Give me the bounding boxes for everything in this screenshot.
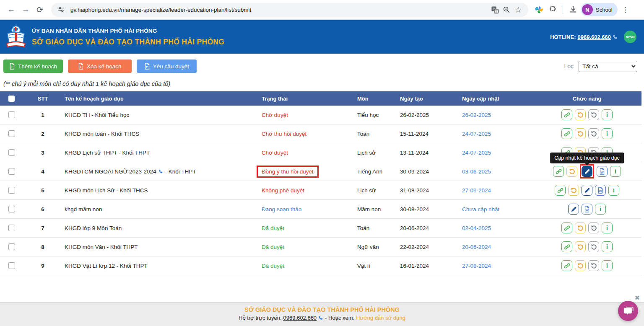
info-icon[interactable]: i bbox=[602, 241, 613, 252]
user-guide-link[interactable]: Hướng dẫn sử dụng bbox=[356, 315, 405, 321]
row-checkbox[interactable] bbox=[8, 111, 15, 118]
request-approval-button[interactable]: ▼ Yêu cầu duyệt bbox=[137, 60, 197, 73]
link-icon[interactable] bbox=[561, 223, 572, 233]
row-checkbox[interactable] bbox=[8, 243, 15, 250]
user-avatar[interactable]: NPVN bbox=[624, 31, 636, 43]
zoom-icon[interactable] bbox=[501, 4, 512, 16]
history-icon[interactable] bbox=[575, 241, 586, 252]
plan-name: KHGD môn Lịch Sử - Khối THCS bbox=[60, 187, 262, 194]
plan-subject: Toán bbox=[357, 131, 400, 137]
history-icon[interactable] bbox=[566, 166, 577, 177]
link-icon[interactable] bbox=[553, 166, 564, 177]
row-actions: Cập nhật kế hoạch giáo dụcWi bbox=[532, 164, 641, 179]
info-icon[interactable]: i bbox=[602, 223, 613, 233]
header-dept-line: SỞ GIÁO DỤC VÀ ĐÀO TẠO THÀNH PHỐ HẢI PHÒ… bbox=[32, 38, 224, 47]
translate-icon[interactable] bbox=[489, 4, 501, 16]
plan-subject: Tiếng Anh bbox=[357, 168, 400, 175]
plan-updated-date[interactable]: 27-09-2024 bbox=[462, 187, 532, 194]
history-icon[interactable] bbox=[575, 223, 586, 233]
download-icon[interactable] bbox=[567, 4, 579, 16]
row-checkbox[interactable] bbox=[8, 168, 15, 175]
table-row: 2 KHGD môn toán - Khối THCS Chờ thu hồi … bbox=[0, 124, 641, 143]
word-export-icon[interactable]: W bbox=[597, 166, 608, 177]
row-checkbox[interactable] bbox=[8, 206, 15, 212]
link-icon[interactable] bbox=[561, 128, 572, 139]
footer-middle-text: - Hoặc xem: bbox=[325, 315, 354, 321]
plan-updated-date[interactable]: 26-02-2025 bbox=[462, 112, 532, 118]
row-checkbox[interactable] bbox=[8, 130, 15, 137]
link-icon[interactable] bbox=[555, 185, 566, 196]
plan-status: Đồng ý thu hồi duyệt bbox=[262, 166, 357, 178]
chat-close-icon[interactable]: ✖ bbox=[634, 294, 640, 302]
status-highlight-box: Đồng ý thu hồi duyệt bbox=[257, 166, 319, 178]
undo-icon[interactable] bbox=[588, 260, 599, 271]
row-checkbox[interactable] bbox=[8, 262, 15, 269]
menu-kebab-icon[interactable]: ⋮ bbox=[619, 5, 631, 14]
link-icon[interactable] bbox=[561, 260, 572, 271]
toolbar-divider bbox=[563, 5, 563, 14]
plan-created-date: 15-11-2024 bbox=[400, 131, 462, 137]
info-icon[interactable]: i bbox=[602, 109, 613, 120]
row-actions: i bbox=[532, 128, 641, 139]
plan-updated-date[interactable]: Chưa cập nhật bbox=[462, 206, 532, 212]
plan-status: Đã duyệt bbox=[262, 263, 357, 269]
plan-updated-date[interactable]: 24-07-2025 bbox=[462, 150, 532, 156]
link-icon[interactable] bbox=[561, 241, 572, 252]
phone-icon bbox=[613, 34, 618, 40]
undo-icon[interactable] bbox=[588, 223, 599, 233]
delete-plan-button[interactable]: x Xóa kế hoạch bbox=[68, 60, 132, 73]
bookmark-star-icon[interactable]: ☆ bbox=[512, 4, 524, 16]
word-export-icon[interactable]: W bbox=[595, 185, 606, 196]
doc-plus-icon: + bbox=[9, 63, 15, 70]
info-icon[interactable]: i bbox=[595, 204, 606, 215]
hotline-number[interactable]: 0969.602.660 bbox=[577, 34, 611, 40]
undo-icon[interactable] bbox=[588, 128, 599, 139]
back-icon[interactable]: ← bbox=[4, 3, 18, 17]
footer-support-number[interactable]: 0969.602.660 bbox=[283, 315, 317, 321]
svg-text:+: + bbox=[11, 65, 13, 69]
edit-icon[interactable] bbox=[582, 185, 592, 196]
header-org-line: ỦY BAN NHÂN DÂN THÀNH PHỐ HẢI PHÒNG bbox=[32, 28, 224, 34]
footer-title: SỞ GIÁO DỤC VÀ ĐÀO TẠO THÀNH PHỐ HẢI PHÒ… bbox=[0, 306, 644, 313]
edit-icon[interactable] bbox=[568, 204, 579, 215]
undo-icon[interactable] bbox=[588, 109, 599, 120]
forward-icon[interactable]: → bbox=[18, 3, 33, 17]
row-checkbox[interactable] bbox=[8, 149, 15, 156]
address-bar[interactable]: gv.haiphong.edu.vn/manage-specialize/lea… bbox=[51, 3, 528, 17]
undo-icon[interactable] bbox=[588, 241, 599, 252]
filter-select[interactable]: Tất cả bbox=[579, 61, 637, 72]
refresh-icon[interactable]: ⟳ bbox=[33, 3, 47, 17]
history-icon[interactable] bbox=[575, 260, 586, 271]
plan-updated-date[interactable]: 02-04-2025 bbox=[462, 225, 532, 231]
plan-status: Chờ thu hồi duyệt bbox=[262, 131, 357, 137]
info-icon[interactable]: i bbox=[610, 166, 621, 177]
detected-phone-text[interactable]: 2023-2024 bbox=[129, 168, 156, 175]
plan-updated-date[interactable]: 24-07-2025 bbox=[462, 131, 532, 137]
plan-name: KHGD môn Văn - Khối THPT bbox=[60, 244, 262, 250]
profile-chip[interactable]: N School bbox=[581, 3, 618, 16]
select-all-checkbox[interactable] bbox=[8, 96, 15, 102]
hotline: HOTLINE: 0969.602.660 bbox=[550, 34, 618, 40]
info-icon[interactable]: i bbox=[602, 260, 613, 271]
site-settings-icon[interactable] bbox=[55, 4, 67, 16]
row-checkbox[interactable] bbox=[8, 225, 15, 231]
plan-status: Đang soạn thảo bbox=[262, 206, 357, 212]
plan-subject: Tiểu học bbox=[357, 112, 400, 118]
chat-widget-button[interactable] bbox=[618, 301, 638, 321]
extensions-puzzle-icon[interactable] bbox=[547, 4, 558, 16]
history-icon[interactable] bbox=[575, 128, 586, 139]
history-icon[interactable] bbox=[568, 185, 579, 196]
extension-pinwheel-icon[interactable] bbox=[533, 4, 545, 16]
add-plan-button[interactable]: + Thêm kế hoạch bbox=[3, 60, 63, 73]
history-icon[interactable] bbox=[575, 109, 586, 120]
link-icon[interactable] bbox=[561, 109, 572, 120]
info-icon[interactable]: i bbox=[608, 185, 619, 196]
plan-updated-date[interactable]: 27-08-2024 bbox=[462, 263, 532, 269]
url-text[interactable]: gv.haiphong.edu.vn/manage-specialize/lea… bbox=[70, 7, 489, 13]
row-checkbox[interactable] bbox=[8, 187, 15, 194]
info-icon[interactable]: i bbox=[602, 128, 613, 139]
plan-updated-date[interactable]: 20-06-2024 bbox=[462, 244, 532, 250]
word-export-icon[interactable]: W bbox=[582, 204, 592, 215]
phone-icon[interactable] bbox=[158, 169, 163, 174]
plan-updated-date[interactable]: 03-06-2025 bbox=[462, 168, 532, 175]
